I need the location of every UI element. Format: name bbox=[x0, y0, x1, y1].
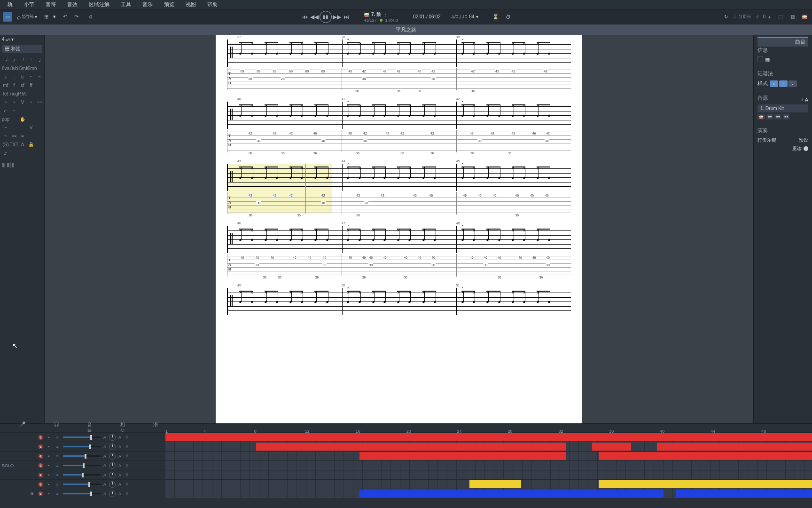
mute-track-icon[interactable]: 🔇 bbox=[38, 473, 43, 477]
drum-measure[interactable]: × × × × × × × bbox=[342, 226, 457, 253]
palette-item[interactable]: ⌐ bbox=[2, 107, 9, 114]
drum-measure[interactable]: × × × × × × bbox=[227, 102, 342, 129]
metronome-icon[interactable]: ⏱ bbox=[506, 14, 511, 20]
mute-track-icon[interactable]: 🔇 bbox=[38, 492, 43, 496]
eq-icon[interactable]: ≡ bbox=[55, 454, 60, 459]
solo-track-icon[interactable]: • bbox=[46, 435, 52, 440]
track-row[interactable]: SOLO 🔇 • ≡ A A ⫴ bbox=[0, 460, 812, 470]
palette-item[interactable] bbox=[36, 149, 43, 157]
drumpad-icon[interactable]: 🥁 bbox=[800, 12, 809, 22]
drum-measure[interactable]: × × × × × × × bbox=[342, 288, 457, 315]
menu-music[interactable]: 音乐 bbox=[137, 0, 158, 9]
auto-a[interactable]: A bbox=[103, 454, 106, 459]
grid-icon[interactable]: ⊞ bbox=[42, 12, 51, 22]
menu-help[interactable]: 帮助 bbox=[202, 0, 223, 9]
tab-measure[interactable]: 424246463836 bbox=[342, 192, 456, 214]
auto-a2[interactable]: A bbox=[118, 482, 121, 487]
auto-a2[interactable]: A bbox=[118, 435, 121, 440]
palette-item[interactable]: ~ bbox=[27, 73, 35, 80]
instrument-selector[interactable]: 1. Drum Kit bbox=[757, 104, 808, 112]
mute-track-icon[interactable]: 🔇 bbox=[38, 463, 43, 468]
palette-item[interactable]: ring bbox=[10, 90, 18, 97]
lane-segment[interactable] bbox=[359, 490, 664, 498]
score-area[interactable]: 373839× × × × × × × × × × × × ×× bbox=[45, 35, 753, 423]
palette-item[interactable] bbox=[36, 141, 43, 148]
palette-item[interactable]: ~ bbox=[2, 124, 9, 131]
mute-track-icon[interactable]: 🔇 bbox=[38, 482, 43, 487]
palette-item[interactable] bbox=[10, 124, 18, 131]
volume-slider[interactable] bbox=[63, 493, 101, 494]
palette-item[interactable]: 𝄽 bbox=[19, 56, 26, 64]
dropdown-icon[interactable]: ▾ bbox=[53, 14, 56, 20]
auto-a2[interactable]: A bbox=[118, 492, 121, 496]
palette-item[interactable]: 𝅘𝅥 bbox=[2, 56, 9, 64]
palette-item[interactable]: ~ bbox=[2, 132, 9, 140]
track-lane[interactable] bbox=[165, 480, 812, 489]
palette-item[interactable] bbox=[36, 124, 43, 131]
track-row[interactable]: 🔇 • ≡ A A ⫴ bbox=[0, 432, 812, 442]
solo-track-icon[interactable]: • bbox=[46, 492, 52, 496]
pan-knob[interactable] bbox=[109, 444, 116, 450]
pan-knob[interactable] bbox=[109, 453, 116, 460]
palette-item[interactable] bbox=[27, 107, 35, 114]
lane-segment[interactable] bbox=[599, 480, 812, 488]
tab-track[interactable]: 曲目 bbox=[795, 39, 805, 46]
menu-effect[interactable]: 音效 bbox=[62, 0, 83, 9]
keyboard-icon[interactable]: ▥ bbox=[788, 12, 797, 22]
palette-item[interactable]: ♩ bbox=[36, 56, 43, 64]
tuning-fork-icon[interactable]: ⫽ bbox=[755, 14, 760, 19]
track-menu-icon[interactable]: ⋮ bbox=[383, 12, 388, 17]
tab-measure[interactable]: TAB6969696969696928 bbox=[227, 68, 342, 90]
palette-item[interactable]: TXT bbox=[10, 141, 18, 148]
track-lane[interactable] bbox=[165, 489, 812, 498]
mute-track-icon[interactable]: 🔇 bbox=[38, 435, 43, 440]
drum-module-icon[interactable]: 🥁 bbox=[757, 114, 765, 119]
lane-segment[interactable] bbox=[676, 490, 812, 498]
palette-item[interactable]: let bbox=[2, 90, 9, 97]
auto-a2[interactable]: A bbox=[118, 454, 121, 459]
eq-icon[interactable]: ≡ bbox=[55, 482, 60, 487]
drum-measure[interactable]: × × × × × × × bbox=[456, 102, 571, 129]
track-settings-icon[interactable]: ⫴ bbox=[124, 482, 130, 487]
drum-measure[interactable]: × × × × × × × bbox=[342, 40, 457, 67]
menu-note[interactable]: 音符 bbox=[40, 0, 62, 9]
drum-measure[interactable]: × × × × × × × bbox=[456, 164, 571, 191]
lane-segment[interactable] bbox=[592, 443, 631, 451]
track-row[interactable]: 🔇 • ≡ A A ⫴ bbox=[0, 479, 812, 489]
palette-item[interactable]: ♪ bbox=[2, 73, 9, 80]
palette-item[interactable] bbox=[36, 107, 43, 114]
lane-segment[interactable] bbox=[256, 443, 566, 451]
mute-track-icon[interactable]: 🔇 bbox=[38, 454, 43, 459]
eye-icon[interactable]: 👁 bbox=[29, 492, 35, 496]
track-lane[interactable] bbox=[165, 461, 812, 470]
go-start-button[interactable]: ⏮ bbox=[301, 13, 309, 21]
track-settings-icon[interactable]: ⫴ bbox=[124, 444, 130, 449]
loop-button[interactable]: ↻ bbox=[721, 12, 731, 22]
palette-item[interactable]: ⌐ bbox=[10, 107, 18, 114]
tab-measure[interactable]: 4946464646464638383636 bbox=[342, 254, 456, 277]
volume-slider[interactable] bbox=[63, 474, 101, 476]
sound-settings-icon[interactable]: A bbox=[805, 97, 808, 103]
palette-item[interactable]: 15mb bbox=[27, 64, 35, 72]
track-row[interactable]: 🔇 • ≡ A A ⫴ bbox=[0, 442, 812, 451]
drum-measure[interactable]: × × × × × × × bbox=[342, 164, 457, 191]
lane-segment[interactable] bbox=[469, 480, 521, 488]
eq-icon[interactable]: ≡ bbox=[55, 463, 60, 468]
rewind-button[interactable]: ◀◀ bbox=[310, 13, 319, 21]
track-row[interactable]: 🔇 • ≡ A A ⫴ bbox=[0, 451, 812, 460]
palette-item[interactable]: pop bbox=[2, 115, 9, 123]
lane-segment[interactable] bbox=[599, 452, 812, 460]
palette-item[interactable] bbox=[36, 64, 43, 72]
palette-item[interactable] bbox=[19, 149, 26, 157]
palette-item[interactable] bbox=[10, 115, 18, 123]
palette-item[interactable] bbox=[36, 132, 43, 140]
auto-a[interactable]: A bbox=[103, 435, 106, 440]
chord-button[interactable]: ☰ 和弦 bbox=[2, 45, 42, 53]
solo-track-icon[interactable]: • bbox=[46, 454, 52, 459]
print-button[interactable]: 🖨 bbox=[86, 12, 95, 22]
zoom-control[interactable]: ⌕ 121% ▾ bbox=[17, 13, 37, 21]
palette-item[interactable]: ~ bbox=[27, 98, 35, 106]
menu-view[interactable]: 视图 bbox=[180, 0, 202, 9]
palette-item[interactable] bbox=[27, 115, 35, 123]
menu-track[interactable]: 轨 bbox=[2, 0, 18, 9]
